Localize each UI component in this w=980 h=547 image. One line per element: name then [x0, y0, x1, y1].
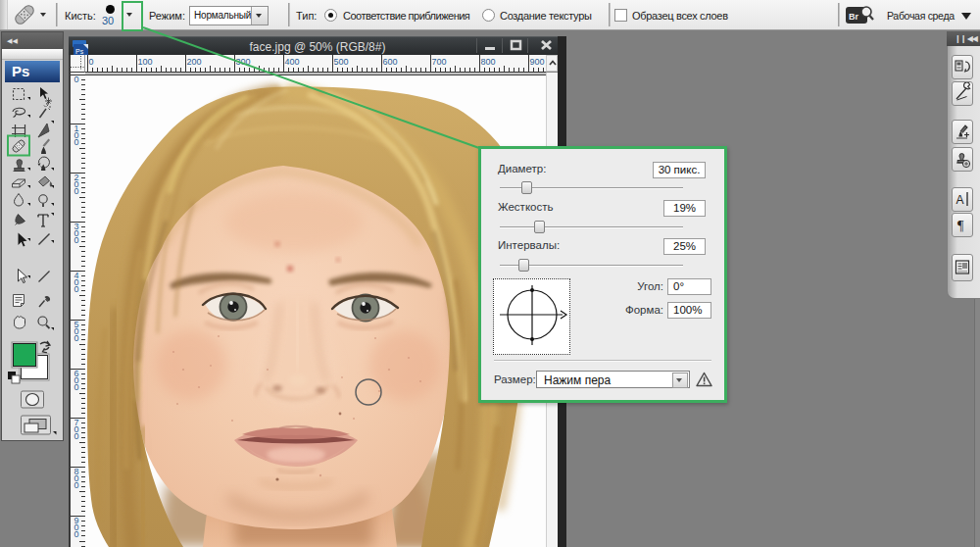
- svg-text:A: A: [956, 193, 964, 207]
- svg-text:¶: ¶: [957, 219, 964, 233]
- svg-text:Br: Br: [849, 12, 858, 22]
